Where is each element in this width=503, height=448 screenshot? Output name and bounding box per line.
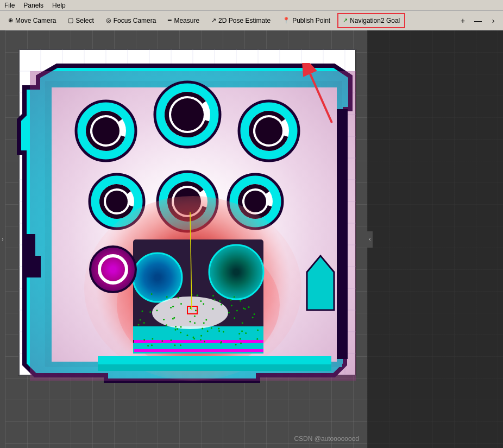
- publish-point-button[interactable]: 📍 Publish Point: [278, 13, 335, 28]
- navigation2-goal-button[interactable]: ↗ Navigation2 Goal: [337, 13, 405, 28]
- right-panel-handle[interactable]: ‹: [367, 231, 373, 248]
- left-panel-handle[interactable]: ›: [0, 30, 5, 448]
- more-options-button[interactable]: ›: [487, 14, 500, 27]
- move-camera-button[interactable]: ⊕ Move Camera: [3, 13, 61, 28]
- menu-bar: File Panels Help: [0, 0, 503, 11]
- watermark: CSDN @autoooooood: [294, 435, 359, 443]
- 2d-pose-estimate-button[interactable]: ↗ 2D Pose Estimate: [206, 13, 275, 28]
- select-icon: ▢: [68, 17, 73, 24]
- toolbar-right-controls: + — ›: [456, 14, 500, 27]
- pose-estimate-icon: ↗: [211, 17, 216, 24]
- chevron-icon: ›: [492, 16, 495, 25]
- toolbar: ⊕ Move Camera ▢ Select ◎ Focus Camera ━ …: [0, 11, 503, 30]
- minus-icon: —: [474, 16, 482, 25]
- focus-camera-button[interactable]: ◎ Focus Camera: [101, 13, 161, 28]
- measure-icon: ━: [168, 17, 172, 24]
- left-chevron-icon: ›: [2, 236, 3, 242]
- main-area: › CSDN @autoooooood ‹: [0, 30, 503, 448]
- move-camera-icon: ⊕: [8, 17, 13, 24]
- publish-point-icon: 📍: [282, 17, 290, 24]
- menu-panels[interactable]: Panels: [22, 2, 45, 9]
- right-chevron-icon: ‹: [369, 236, 370, 242]
- menu-file[interactable]: File: [3, 2, 16, 9]
- select-button[interactable]: ▢ Select: [63, 13, 98, 28]
- menu-help[interactable]: Help: [51, 2, 67, 9]
- map-viewport[interactable]: CSDN @autoooooood: [5, 30, 367, 448]
- measure-button[interactable]: ━ Measure: [163, 13, 204, 28]
- nav2-goal-icon: ↗: [343, 17, 348, 24]
- focus-camera-icon: ◎: [106, 17, 111, 24]
- plus-icon: +: [461, 16, 465, 25]
- add-panel-button[interactable]: +: [456, 14, 469, 27]
- right-panel: ‹: [367, 30, 503, 448]
- red-arrow-annotation: [299, 63, 343, 130]
- svg-line-1: [310, 74, 332, 123]
- remove-panel-button[interactable]: —: [471, 14, 485, 27]
